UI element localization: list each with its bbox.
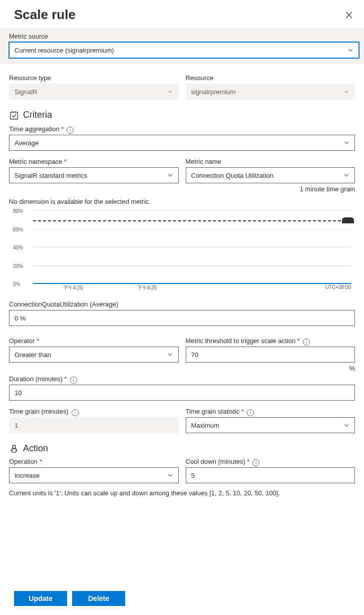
chevron-down-icon [167,89,173,95]
time-grain-input: 1 [9,417,179,433]
metric-name-value: Connection Quota Utilization [191,172,274,179]
chevron-down-icon [343,172,349,178]
resource-value: signalrpremium [191,88,236,96]
cooldown-input[interactable]: 5 [186,467,355,483]
threshold-handle[interactable] [342,217,354,223]
y-tick: 40% [13,245,23,250]
chevron-down-icon [167,352,173,358]
threshold-line [33,220,351,221]
close-icon [345,12,352,19]
y-tick: 60% [13,226,23,232]
time-aggregation-label: Time aggregation [9,125,64,133]
x-tick: 下午4:20 [63,284,83,291]
chevron-down-icon [343,422,349,428]
svg-rect-2 [12,449,16,452]
metric-line [33,283,351,284]
threshold-input[interactable]: 70 [186,347,355,363]
resource-select: signalrpremium [186,84,355,100]
threshold-value: 70 [191,351,198,359]
update-button[interactable]: Update [14,591,67,606]
duration-label: Duration (minutes) [9,375,67,383]
duration-value: 10 [15,389,22,397]
metric-chart: 80% 60% 40% 20% 0% 下午4:20 下午4:25 UTC+08:… [9,210,355,293]
y-tick: 80% [13,208,23,214]
operation-select[interactable]: Increase [9,467,179,483]
operator-select[interactable]: Greater than [9,347,179,363]
metric-source-label: Metric source [9,33,359,40]
time-grain-label: Time grain (minutes) [9,408,69,415]
info-icon[interactable]: i [70,377,77,384]
operation-value: Increase [15,472,40,479]
info-icon[interactable]: i [252,459,259,466]
time-aggregation-value: Average [15,139,39,147]
resource-type-select: SignalR [9,84,179,100]
metric-value-field[interactable]: 0 % [9,310,355,326]
metric-namespace-select[interactable]: SignalR standard metrics [9,167,179,183]
info-icon[interactable]: i [303,339,310,346]
info-icon[interactable]: i [72,409,79,416]
criteria-title: Criteria [23,110,52,120]
chevron-down-icon [167,472,173,478]
y-tick: 0% [13,281,20,287]
operation-label: Operation [9,458,179,465]
chevron-down-icon [343,140,349,146]
metric-source-value: Current resource (signalrpremium) [15,47,114,54]
time-aggregation-select[interactable]: Average [9,135,355,151]
metric-name-label: Metric name [186,158,355,165]
cooldown-label: Cool down (minutes) [186,458,250,465]
resource-type-value: SignalR [15,88,38,96]
info-icon[interactable]: i [67,127,74,134]
svg-rect-0 [11,112,18,119]
x-tick: 下午4:25 [137,284,157,291]
time-grain-value: 1 [15,422,18,429]
threshold-label: Metric threshold to trigger scale action [186,337,300,345]
chevron-down-icon [347,47,353,53]
operator-value: Greater than [15,351,51,359]
y-tick: 20% [13,263,23,268]
close-button[interactable] [345,11,353,19]
page-title: Scale rule [14,7,76,23]
cooldown-value: 5 [191,472,195,479]
dimension-message: No dimension is available for the select… [9,198,355,205]
info-icon[interactable]: i [247,409,254,416]
resource-type-label: Resource type [9,74,179,82]
metric-source-select[interactable]: Current resource (signalrpremium) [9,42,359,58]
metric-value-label: ConnectionQuotaUtilization (Average) [9,300,355,308]
resource-label: Resource [186,74,355,82]
chevron-down-icon [167,172,173,178]
operator-label: Operator [9,337,179,345]
units-note: Current units is '1'; Units can scale up… [9,489,355,497]
time-grain-statistic-select[interactable]: Maximum [186,417,355,433]
svg-point-1 [13,445,16,448]
action-icon [9,444,19,454]
delete-button[interactable]: Delete [72,591,125,606]
duration-input[interactable]: 10 [9,385,355,401]
metric-name-select[interactable]: Connection Quota Utilization [186,167,355,183]
criteria-icon [9,110,19,120]
action-title: Action [23,443,48,454]
time-grain-statistic-value: Maximum [191,422,219,429]
timezone-label: UTC+08:00 [325,284,351,291]
threshold-suffix: % [186,365,355,372]
time-grain-statistic-label: Time grain statistic [186,408,244,415]
time-grain-hint: 1 minute time grain [186,185,355,193]
chevron-down-icon [343,89,349,95]
metric-value: 0 % [15,315,26,322]
metric-namespace-label: Metric namespace [9,158,179,165]
metric-namespace-value: SignalR standard metrics [15,172,87,179]
